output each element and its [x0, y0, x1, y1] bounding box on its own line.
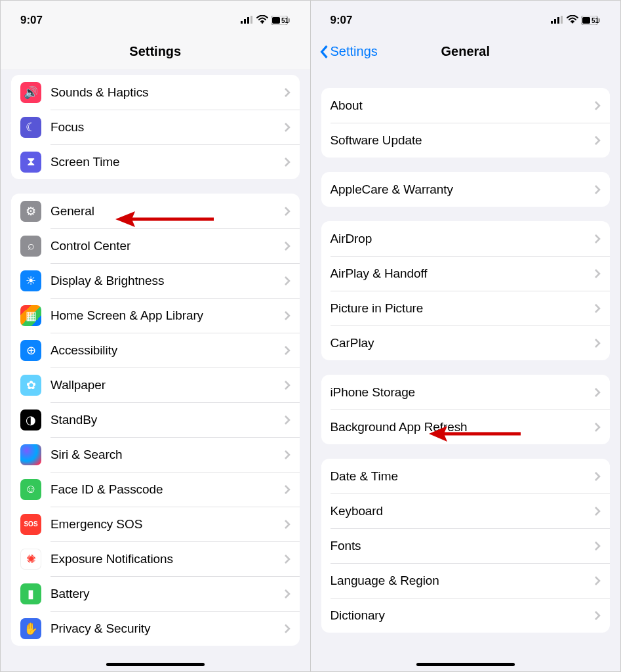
row-carplay[interactable]: CarPlay — [321, 326, 611, 360]
row-siri-search[interactable]: Siri & Search — [11, 437, 300, 472]
row-home-screen-app-library[interactable]: ▦Home Screen & App Library — [11, 298, 300, 333]
svg-rect-16 — [582, 17, 590, 24]
row-focus[interactable]: ☾Focus — [11, 110, 300, 144]
display-icon: ☀ — [20, 270, 41, 291]
row-keyboard[interactable]: Keyboard — [321, 494, 611, 528]
svg-rect-10 — [551, 21, 553, 24]
row-software-update[interactable]: Software Update — [321, 123, 611, 158]
battery-icon: 51 — [581, 16, 601, 25]
row-label: Siri & Search — [50, 448, 284, 462]
row-label: AirPlay & Handoff — [331, 266, 595, 281]
chevron-left-icon — [319, 45, 329, 59]
row-applecare-warranty[interactable]: AppleCare & Warranty — [321, 172, 611, 207]
general-group: AirDropAirPlay & HandoffPicture in Pictu… — [321, 221, 611, 360]
row-sounds-haptics[interactable]: 🔊Sounds & Haptics — [11, 75, 300, 110]
svg-rect-11 — [554, 19, 556, 24]
status-time: 9:07 — [20, 14, 43, 27]
row-airdrop[interactable]: AirDrop — [321, 221, 611, 256]
row-label: iPhone Storage — [331, 385, 595, 400]
svg-rect-6 — [272, 17, 280, 24]
page-title: General — [441, 44, 490, 59]
row-label: About — [331, 98, 595, 113]
row-screen-time[interactable]: ⧗Screen Time — [11, 144, 300, 179]
siri-icon — [20, 444, 41, 465]
wifi-icon — [567, 14, 578, 27]
general-group: iPhone StorageBackground App Refresh — [321, 375, 611, 444]
svg-rect-3 — [250, 16, 252, 24]
row-fonts[interactable]: Fonts — [321, 528, 611, 563]
nav-header-general: Settings General — [311, 33, 621, 70]
row-background-app-refresh[interactable]: Background App Refresh — [321, 410, 611, 444]
general-icon: ⚙ — [20, 201, 41, 222]
svg-point-4 — [261, 22, 263, 24]
page-title: Settings — [129, 44, 181, 59]
row-iphone-storage[interactable]: iPhone Storage — [321, 375, 611, 410]
row-language-region[interactable]: Language & Region — [321, 563, 611, 598]
row-label: Exposure Notifications — [50, 552, 284, 566]
wallpaper-icon: ✿ — [20, 375, 41, 396]
svg-rect-13 — [561, 16, 563, 24]
general-list[interactable]: AboutSoftware UpdateAppleCare & Warranty… — [311, 70, 621, 671]
status-right: 51 — [551, 14, 601, 27]
accessibility-icon: ⊕ — [20, 340, 41, 361]
row-label: Picture in Picture — [331, 301, 595, 316]
row-wallpaper[interactable]: ✿Wallpaper — [11, 368, 300, 402]
svg-rect-8 — [289, 18, 290, 22]
row-label: AppleCare & Warranty — [331, 182, 595, 197]
home-indicator[interactable] — [416, 663, 515, 666]
status-right: 51 — [241, 14, 290, 27]
back-button[interactable]: Settings — [319, 44, 378, 59]
privacy-icon: ✋ — [20, 618, 41, 639]
row-privacy-security[interactable]: ✋Privacy & Security — [11, 611, 300, 646]
row-label: Face ID & Passcode — [50, 482, 284, 497]
row-display-brightness[interactable]: ☀Display & Brightness — [11, 263, 300, 298]
row-picture-in-picture[interactable]: Picture in Picture — [321, 291, 611, 326]
standby-icon: ◑ — [20, 410, 41, 430]
row-dictionary[interactable]: Dictionary — [321, 598, 611, 633]
row-face-id-passcode[interactable]: ☺Face ID & Passcode — [11, 472, 300, 507]
row-label: General — [50, 204, 284, 219]
row-label: Battery — [50, 587, 284, 601]
row-label: Accessibility — [50, 343, 284, 358]
cellular-icon — [551, 14, 564, 27]
row-general[interactable]: ⚙General — [11, 194, 300, 228]
phone-general: 9:07 51 Settings General AboutSoftware U… — [311, 1, 621, 671]
row-label: CarPlay — [331, 336, 595, 350]
row-label: Software Update — [331, 133, 595, 148]
svg-rect-2 — [247, 17, 249, 24]
row-label: Background App Refresh — [331, 420, 595, 434]
home-indicator[interactable] — [106, 663, 205, 666]
row-exposure-notifications[interactable]: ✺Exposure Notifications — [11, 541, 300, 576]
row-date-time[interactable]: Date & Time — [321, 459, 611, 494]
row-label: Focus — [50, 120, 284, 135]
row-label: Display & Brightness — [50, 274, 284, 288]
row-label: Home Screen & App Library — [50, 308, 284, 323]
settings-list[interactable]: 🔊Sounds & Haptics☾Focus⧗Screen Time⚙Gene… — [1, 70, 310, 671]
row-emergency-sos[interactable]: SOSEmergency SOS — [11, 507, 300, 541]
svg-text:51: 51 — [281, 17, 289, 24]
row-airplay-handoff[interactable]: AirPlay & Handoff — [321, 256, 611, 291]
row-label: AirDrop — [331, 232, 595, 246]
general-group: AboutSoftware Update — [321, 88, 611, 158]
row-label: Emergency SOS — [50, 517, 284, 532]
svg-rect-0 — [241, 21, 243, 24]
row-label: Screen Time — [50, 155, 284, 169]
svg-text:51: 51 — [591, 17, 599, 24]
row-about[interactable]: About — [321, 88, 611, 123]
row-control-center[interactable]: ⌕Control Center — [11, 228, 300, 263]
homescreen-icon: ▦ — [20, 305, 41, 326]
row-standby[interactable]: ◑StandBy — [11, 402, 300, 437]
two-phone-container: 9:07 51 Settings 🔊Sounds & Haptics☾Focus… — [0, 0, 621, 672]
row-battery[interactable]: ▮Battery — [11, 576, 300, 611]
row-label: Date & Time — [331, 469, 595, 484]
exposure-icon: ✺ — [20, 549, 41, 570]
settings-group: ⚙General⌕Control Center☀Display & Bright… — [11, 194, 300, 646]
status-bar: 9:07 51 — [1, 1, 310, 33]
row-label: Fonts — [331, 539, 595, 553]
controlcenter-icon: ⌕ — [20, 236, 41, 257]
focus-icon: ☾ — [20, 117, 41, 138]
svg-point-14 — [572, 22, 574, 24]
row-accessibility[interactable]: ⊕Accessibility — [11, 333, 300, 368]
row-label: Dictionary — [331, 608, 595, 623]
general-group: AppleCare & Warranty — [321, 172, 611, 207]
